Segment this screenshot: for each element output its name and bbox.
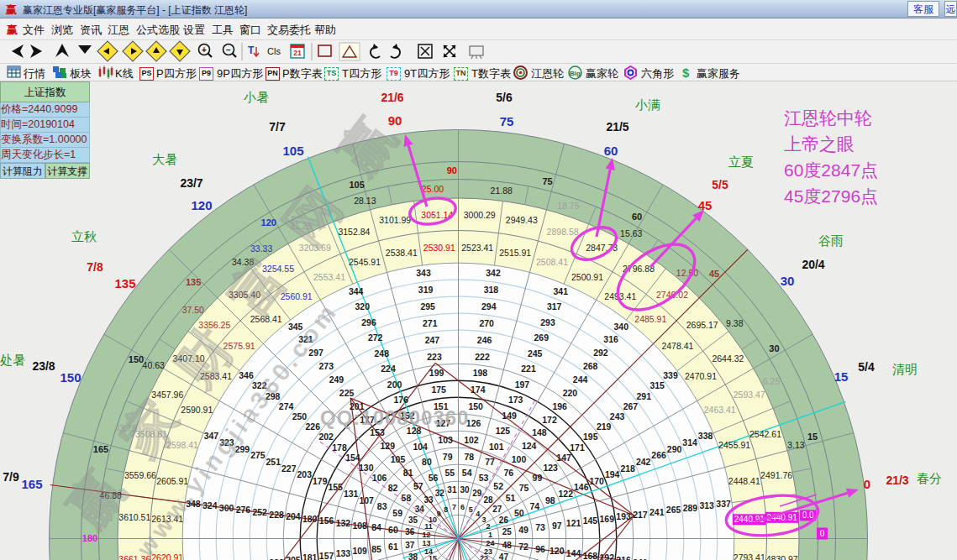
svg-text:99: 99 xyxy=(533,473,543,483)
svg-text:293: 293 xyxy=(540,317,555,327)
svg-text:227: 227 xyxy=(281,463,297,474)
svg-text:156: 156 xyxy=(319,516,334,526)
svg-text:130: 130 xyxy=(359,463,374,473)
svg-text:6: 6 xyxy=(460,503,465,511)
svg-text:21.88: 21.88 xyxy=(491,186,513,196)
svg-text:75: 75 xyxy=(500,114,514,128)
svg-text:193: 193 xyxy=(616,511,631,521)
svg-text:4: 4 xyxy=(476,510,480,518)
svg-text:8: 8 xyxy=(444,505,448,514)
svg-text:155: 155 xyxy=(328,482,343,492)
svg-text:274: 274 xyxy=(279,401,294,411)
svg-text:97: 97 xyxy=(552,521,562,531)
svg-text:268: 268 xyxy=(583,361,598,371)
svg-text:25.00: 25.00 xyxy=(422,184,444,194)
svg-text:172: 172 xyxy=(542,415,557,425)
svg-text:45度2796点: 45度2796点 xyxy=(784,186,878,206)
svg-text:2542.61: 2542.61 xyxy=(749,429,781,439)
svg-text:252: 252 xyxy=(252,507,267,517)
svg-text:55: 55 xyxy=(444,468,455,478)
svg-text:82: 82 xyxy=(388,483,398,493)
svg-text:0.0: 0.0 xyxy=(802,510,814,520)
svg-text:243: 243 xyxy=(610,411,625,421)
svg-text:291: 291 xyxy=(637,391,652,401)
svg-text:25: 25 xyxy=(502,527,513,536)
svg-text:273: 273 xyxy=(319,361,334,371)
svg-text:+: + xyxy=(202,45,207,55)
svg-text:36: 36 xyxy=(405,527,415,536)
svg-text:318: 318 xyxy=(484,285,499,295)
svg-text:98: 98 xyxy=(545,495,555,505)
svg-text:春分: 春分 xyxy=(917,471,942,485)
svg-text:5: 5 xyxy=(469,505,473,514)
svg-text:3.13: 3.13 xyxy=(787,440,805,450)
svg-text:34: 34 xyxy=(415,505,425,514)
svg-text:90: 90 xyxy=(447,165,457,175)
svg-text:313: 313 xyxy=(699,500,714,510)
svg-text:小暑: 小暑 xyxy=(243,90,269,104)
svg-text:59: 59 xyxy=(392,508,402,518)
svg-text:78: 78 xyxy=(464,452,474,462)
svg-text:132: 132 xyxy=(336,518,351,528)
svg-text:271: 271 xyxy=(423,318,438,328)
svg-text:大暑: 大暑 xyxy=(152,152,177,166)
svg-text:169: 169 xyxy=(600,514,615,524)
svg-text:226: 226 xyxy=(306,421,321,432)
svg-text:60: 60 xyxy=(632,212,642,222)
svg-text:223: 223 xyxy=(427,352,442,362)
svg-text:196: 196 xyxy=(552,401,567,411)
svg-text:2485.91: 2485.91 xyxy=(634,314,666,324)
svg-text:2: 2 xyxy=(486,522,490,531)
svg-text:242: 242 xyxy=(636,457,651,467)
svg-text:4830.97: 4830.97 xyxy=(766,554,798,560)
svg-text:135: 135 xyxy=(114,276,135,290)
svg-text:148: 148 xyxy=(532,427,547,437)
svg-text:174: 174 xyxy=(471,385,486,395)
svg-text:192: 192 xyxy=(600,552,615,560)
svg-text:224: 224 xyxy=(381,364,396,374)
svg-text:216: 216 xyxy=(616,555,631,560)
svg-text:−: − xyxy=(226,45,231,55)
svg-text:289: 289 xyxy=(683,503,698,513)
svg-text:251: 251 xyxy=(266,457,281,467)
svg-text:53: 53 xyxy=(479,473,489,483)
svg-text:84: 84 xyxy=(371,522,381,532)
svg-text:56: 56 xyxy=(429,473,439,483)
svg-text:314: 314 xyxy=(682,437,697,447)
svg-text:80: 80 xyxy=(422,457,432,467)
svg-text:74: 74 xyxy=(529,501,539,511)
svg-text:2898.58: 2898.58 xyxy=(547,227,579,237)
svg-text:2455.91: 2455.91 xyxy=(718,440,750,450)
svg-text:30: 30 xyxy=(769,343,779,353)
svg-text:225: 225 xyxy=(339,388,355,398)
svg-text:谷雨: 谷雨 xyxy=(818,233,844,248)
svg-text:241: 241 xyxy=(649,507,665,517)
svg-text:3101.99: 3101.99 xyxy=(379,215,411,225)
svg-text:244: 244 xyxy=(573,374,588,385)
svg-text:150: 150 xyxy=(468,401,483,411)
svg-text:清明: 清明 xyxy=(892,362,918,376)
svg-text:3610.51: 3610.51 xyxy=(118,512,150,522)
svg-text:28: 28 xyxy=(483,495,493,505)
svg-text:107: 107 xyxy=(359,495,374,505)
svg-text:296: 296 xyxy=(361,317,376,327)
svg-text:2463.41: 2463.41 xyxy=(704,405,736,415)
svg-text:157: 157 xyxy=(319,551,334,560)
svg-text:15: 15 xyxy=(834,369,849,384)
svg-text:2448.41: 2448.41 xyxy=(728,476,760,486)
svg-text:108: 108 xyxy=(352,521,367,531)
svg-text:5/6: 5/6 xyxy=(496,91,513,104)
svg-text:219: 219 xyxy=(597,421,612,432)
svg-text:30: 30 xyxy=(781,274,795,288)
svg-text:3: 3 xyxy=(481,516,486,524)
svg-text:173: 173 xyxy=(508,395,523,405)
svg-text:江恩轮中轮: 江恩轮中轮 xyxy=(784,108,872,128)
svg-text:248: 248 xyxy=(375,348,390,359)
svg-text:228: 228 xyxy=(269,510,284,520)
svg-text:272: 272 xyxy=(368,332,383,343)
svg-text:2644.32: 2644.32 xyxy=(712,353,744,364)
svg-text:245: 245 xyxy=(528,348,543,359)
svg-text:149: 149 xyxy=(502,411,517,421)
svg-text:175: 175 xyxy=(431,385,446,395)
svg-text:344: 344 xyxy=(349,286,364,296)
